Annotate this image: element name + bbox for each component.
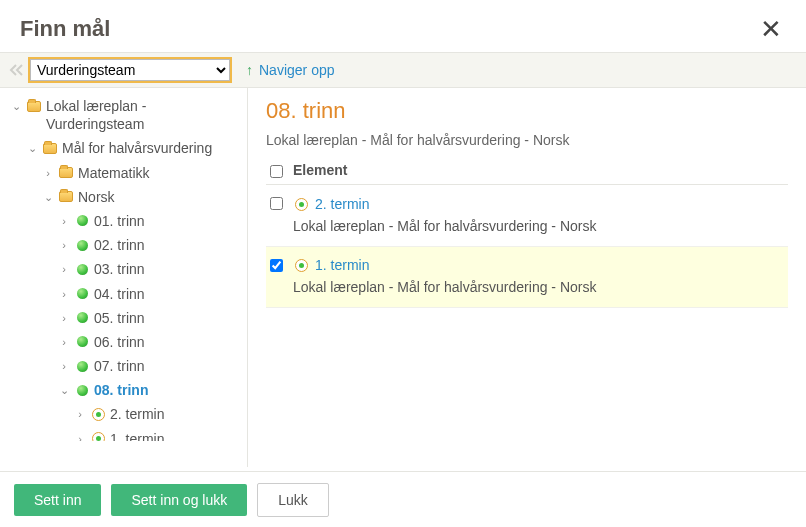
folder-icon — [26, 98, 42, 114]
chevron-right-icon[interactable]: › — [58, 262, 70, 276]
insert-button[interactable]: Sett inn — [14, 484, 101, 516]
tree-label: 04. trinn — [94, 285, 247, 303]
toolbar: Vurderingsteam ↑ Naviger opp — [0, 52, 806, 88]
dialog-title: Finn mål — [20, 16, 110, 42]
folder-icon — [42, 140, 58, 156]
team-select-wrap: Vurderingsteam — [28, 57, 232, 83]
tree-label: Lokal læreplan - Vurderingsteam — [46, 97, 247, 133]
element-list-header: Element — [266, 158, 788, 185]
target-icon — [90, 406, 106, 422]
chevron-right-icon[interactable]: › — [58, 287, 70, 301]
column-header-element: Element — [293, 162, 347, 178]
element-row[interactable]: 2. termin Lokal læreplan - Mål for halvå… — [266, 185, 788, 247]
tree-node-termin[interactable]: ›1. termin — [74, 427, 247, 441]
chevron-right-icon[interactable]: › — [74, 432, 86, 441]
detail-title: 08. trinn — [266, 98, 788, 124]
folder-icon — [58, 165, 74, 181]
team-select[interactable]: Vurderingsteam — [30, 59, 230, 81]
element-checkbox[interactable] — [270, 259, 283, 272]
tree-label: Mål for halvårsvurdering — [62, 139, 247, 157]
tree-node-trinn[interactable]: ›05. trinn — [58, 306, 247, 330]
bullet-icon — [74, 213, 90, 229]
tree-label: 03. trinn — [94, 260, 247, 278]
chevron-right-icon[interactable]: › — [58, 359, 70, 373]
chevron-down-icon[interactable]: ⌄ — [42, 190, 54, 204]
tree-label: 05. trinn — [94, 309, 247, 327]
chevron-down-icon[interactable]: ⌄ — [26, 141, 38, 155]
folder-icon — [58, 189, 74, 205]
tree-node-trinn-selected[interactable]: ⌄08. trinn — [58, 378, 247, 402]
tree-label: 01. trinn — [94, 212, 247, 230]
tree-node-goals[interactable]: ⌄ Mål for halvårsvurdering — [26, 136, 247, 160]
tree-label: Norsk — [78, 188, 247, 206]
tree-label: 02. trinn — [94, 236, 247, 254]
tree-label: Matematikk — [78, 164, 247, 182]
bullet-icon — [74, 286, 90, 302]
element-desc: Lokal læreplan - Mål for halvårsvurderin… — [293, 279, 786, 295]
collapse-left-icon[interactable] — [6, 64, 28, 76]
tree-label: 2. termin — [110, 405, 247, 423]
target-icon — [293, 196, 309, 212]
element-label: 2. termin — [315, 196, 369, 212]
navigate-up-label: Naviger opp — [259, 62, 335, 78]
chevron-right-icon[interactable]: › — [58, 311, 70, 325]
element-link[interactable]: 2. termin — [293, 195, 369, 212]
chevron-down-icon[interactable]: ⌄ — [10, 99, 22, 113]
chevron-right-icon[interactable]: › — [74, 407, 86, 421]
tree-node-trinn[interactable]: ›03. trinn — [58, 257, 247, 281]
bullet-icon — [74, 261, 90, 277]
tree-node-trinn[interactable]: ›06. trinn — [58, 330, 247, 354]
chevron-down-icon[interactable]: ⌄ — [58, 383, 70, 397]
tree-node-termin[interactable]: ›2. termin — [74, 402, 247, 426]
insert-close-button[interactable]: Sett inn og lukk — [111, 484, 247, 516]
tree-node-trinn[interactable]: ›07. trinn — [58, 354, 247, 378]
select-all-checkbox[interactable] — [270, 165, 283, 178]
tree-node-matematikk[interactable]: › Matematikk — [42, 161, 247, 185]
tree-label: 07. trinn — [94, 357, 247, 375]
chevron-right-icon[interactable]: › — [58, 214, 70, 228]
chevron-right-icon[interactable]: › — [58, 335, 70, 349]
element-desc: Lokal læreplan - Mål for halvårsvurderin… — [293, 218, 786, 234]
bullet-icon — [74, 358, 90, 374]
close-button[interactable]: Lukk — [257, 483, 329, 517]
tree-label: 08. trinn — [94, 381, 247, 399]
detail-subtitle: Lokal læreplan - Mål for halvårsvurderin… — [266, 132, 788, 148]
navigate-up-link[interactable]: ↑ Naviger opp — [246, 62, 335, 78]
target-icon — [90, 431, 106, 441]
element-row[interactable]: 1. termin Lokal læreplan - Mål for halvå… — [266, 247, 788, 309]
detail-pane: 08. trinn Lokal læreplan - Mål for halvå… — [248, 88, 806, 467]
chevron-right-icon[interactable]: › — [42, 166, 54, 180]
tree-node-norsk[interactable]: ⌄ Norsk — [42, 185, 247, 209]
tree-node-trinn[interactable]: ›04. trinn — [58, 282, 247, 306]
tree-root[interactable]: ⌄ Lokal læreplan - Vurderingsteam — [10, 94, 247, 136]
tree-node-trinn[interactable]: ›01. trinn — [58, 209, 247, 233]
element-checkbox[interactable] — [270, 197, 283, 210]
tree-pane[interactable]: ⌄ Lokal læreplan - Vurderingsteam ⌄ Mål … — [0, 88, 248, 467]
chevron-right-icon[interactable]: › — [58, 238, 70, 252]
footer: Sett inn Sett inn og lukk Lukk — [0, 471, 806, 527]
element-label: 1. termin — [315, 257, 369, 273]
target-icon — [293, 258, 309, 274]
bullet-icon — [74, 334, 90, 350]
tree-node-trinn[interactable]: ›02. trinn — [58, 233, 247, 257]
bullet-icon — [74, 382, 90, 398]
tree-label: 06. trinn — [94, 333, 247, 351]
bullet-icon — [74, 237, 90, 253]
tree-label: 1. termin — [110, 430, 247, 441]
bullet-icon — [74, 310, 90, 326]
close-icon[interactable]: ✕ — [756, 16, 786, 42]
element-link[interactable]: 1. termin — [293, 257, 369, 274]
arrow-up-icon: ↑ — [246, 62, 253, 78]
